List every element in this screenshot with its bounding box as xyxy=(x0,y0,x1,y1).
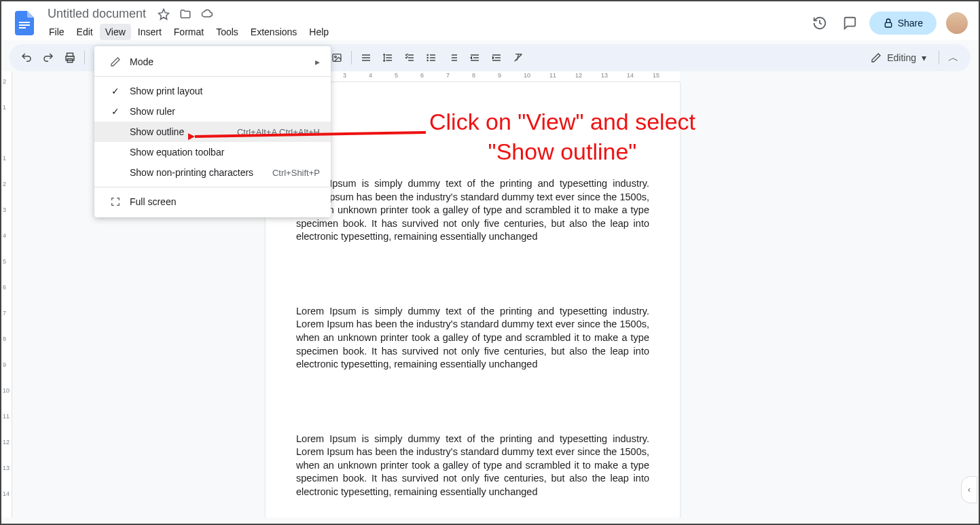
menu-full-screen[interactable]: Full screen xyxy=(94,192,331,212)
menu-mode-label: Mode xyxy=(126,56,315,67)
svg-rect-2 xyxy=(19,27,26,29)
bullet-list-icon[interactable] xyxy=(421,48,441,68)
svg-point-12 xyxy=(427,60,428,60)
side-panel-toggle[interactable]: ‹ xyxy=(961,476,977,503)
menu-help[interactable]: Help xyxy=(304,24,334,40)
indent-decrease-icon[interactable] xyxy=(465,48,485,68)
align-icon[interactable] xyxy=(356,48,376,68)
chevron-right-icon: ▸ xyxy=(315,56,320,67)
editing-mode-button[interactable]: Editing ▾ xyxy=(863,48,934,67)
check-icon: ✓ xyxy=(105,106,126,117)
menu-mode[interactable]: Mode ▸ xyxy=(94,52,331,72)
paragraph[interactable]: Lorem Ipsum is simply dummy text of the … xyxy=(296,305,649,372)
menu-item-label: Show ruler xyxy=(126,106,320,117)
docs-logo[interactable] xyxy=(12,11,37,35)
fullscreen-icon xyxy=(105,196,126,207)
editing-label: Editing xyxy=(887,52,916,63)
redo-icon[interactable] xyxy=(38,48,58,68)
svg-point-11 xyxy=(427,57,428,58)
print-icon[interactable] xyxy=(60,48,80,68)
chevron-up-icon[interactable]: ︿ xyxy=(943,48,964,68)
menu-item-label: Show print layout xyxy=(126,86,320,96)
menu-extensions[interactable]: Extensions xyxy=(245,24,302,40)
undo-icon[interactable] xyxy=(16,48,37,68)
menu-item-label: Show equation toolbar xyxy=(126,147,320,158)
view-dropdown: Mode ▸ ✓ Show print layout ✓ Show ruler … xyxy=(94,46,331,217)
share-label: Share xyxy=(898,18,923,29)
paragraph[interactable]: Lorem Ipsum is simply dummy text of the … xyxy=(296,177,649,244)
paragraph[interactable]: Lorem Ipsum is simply dummy text of the … xyxy=(296,433,649,499)
menu-format[interactable]: Format xyxy=(168,24,209,40)
star-icon[interactable] xyxy=(156,6,172,22)
menu-tools[interactable]: Tools xyxy=(211,24,244,40)
menu-item-label: Show non-printing characters xyxy=(126,167,272,178)
menu-shortcut: Ctrl+Shift+P xyxy=(272,168,320,178)
svg-point-9 xyxy=(334,56,336,58)
check-icon: ✓ xyxy=(105,86,126,96)
checklist-icon[interactable] xyxy=(399,48,420,68)
cloud-icon[interactable] xyxy=(199,6,215,22)
menu-show-non-printing[interactable]: Show non-printing characters Ctrl+Shift+… xyxy=(94,162,331,183)
app-header: Untitled document File Edit View Insert … xyxy=(1,1,979,40)
menu-show-print-layout[interactable]: ✓ Show print layout xyxy=(94,81,331,101)
menu-shortcut: Ctrl+Alt+A Ctrl+Alt+H xyxy=(237,127,320,137)
indent-increase-icon[interactable] xyxy=(486,48,507,68)
menu-edit[interactable]: Edit xyxy=(71,24,98,40)
svg-rect-0 xyxy=(19,22,30,23)
menu-insert[interactable]: Insert xyxy=(132,24,167,40)
menu-file[interactable]: File xyxy=(43,24,70,40)
menubar: File Edit View Insert Format Tools Exten… xyxy=(43,24,803,40)
svg-rect-3 xyxy=(885,22,891,27)
menu-item-label: Full screen xyxy=(126,196,320,207)
menu-item-label: Show outline xyxy=(126,126,237,137)
clear-format-icon[interactable] xyxy=(508,48,528,68)
menu-view[interactable]: View xyxy=(100,24,131,40)
menu-show-outline[interactable]: Show outline Ctrl+Alt+A Ctrl+Alt+H xyxy=(94,122,331,142)
menu-show-ruler[interactable]: ✓ Show ruler xyxy=(94,101,331,122)
menu-show-equation-toolbar[interactable]: Show equation toolbar xyxy=(94,142,331,162)
share-button[interactable]: Share xyxy=(869,12,937,35)
pencil-icon xyxy=(105,56,126,67)
chevron-down-icon: ▾ xyxy=(922,52,926,63)
number-list-icon[interactable] xyxy=(443,48,463,68)
document-title[interactable]: Untitled document xyxy=(43,5,150,22)
svg-rect-1 xyxy=(19,24,30,26)
vertical-ruler: 2 1 1 2 3 4 5 6 7 8 9 10 11 12 13 14 xyxy=(1,71,12,518)
history-icon[interactable] xyxy=(810,13,830,33)
avatar[interactable] xyxy=(946,12,968,34)
line-spacing-icon[interactable] xyxy=(378,48,398,68)
comment-icon[interactable] xyxy=(839,13,860,33)
svg-point-10 xyxy=(427,54,428,55)
move-icon[interactable] xyxy=(177,6,194,22)
